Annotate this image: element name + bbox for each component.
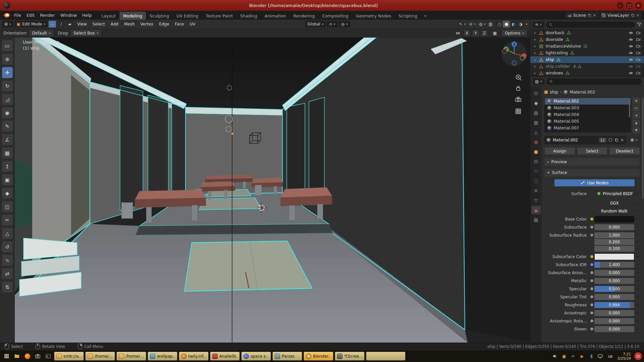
- face-select-mode-button[interactable]: ▰: [66, 21, 73, 27]
- properties-tab-view-layer[interactable]: ▧: [531, 118, 541, 127]
- socket-dot[interactable]: [589, 303, 594, 307]
- decorator-dot[interactable]: [634, 264, 640, 265]
- disable-render-icon[interactable]: [636, 44, 641, 49]
- taskbar-window-space[interactable]: space s...: [241, 352, 271, 361]
- properties-tab-scene[interactable]: △: [531, 128, 541, 136]
- taskbar-window-blender[interactable]: Blender...: [304, 352, 333, 361]
- tab-texture-paint[interactable]: Texture Paint: [202, 12, 236, 20]
- tool-select-box[interactable]: ▭: [2, 40, 13, 51]
- editor-type-button[interactable]: ⊞ ▾: [2, 21, 13, 27]
- terminal-icon[interactable]: [44, 352, 53, 361]
- app-menu-icon[interactable]: [2, 352, 11, 361]
- properties-tab-object[interactable]: ■: [531, 147, 541, 156]
- slot-specials-button[interactable]: ▾: [633, 112, 640, 119]
- material-slot[interactable]: Material.004: [545, 111, 631, 118]
- material-slot[interactable]: Material.007: [545, 125, 631, 131]
- socket-dot[interactable]: [589, 327, 594, 331]
- decorator-dot[interactable]: [634, 248, 640, 249]
- show-gizmo-icon[interactable]: ⊕: [467, 21, 474, 27]
- navigation-gizmo[interactable]: Z Y: [502, 41, 527, 66]
- outliner-item-irradiancevolume[interactable]: ▸ IrradianceVolume: [530, 43, 644, 50]
- tab-modeling[interactable]: Modeling: [119, 12, 146, 20]
- distribution-dropdown[interactable]: GGX: [594, 200, 634, 206]
- subsurface-radius-field-g[interactable]: 0.200: [594, 239, 634, 245]
- tool-bevel[interactable]: ◆: [2, 188, 13, 199]
- show-overlays-icon[interactable]: ◍: [477, 21, 484, 27]
- remove-view-layer-icon[interactable]: ×: [636, 13, 639, 17]
- tool-cursor[interactable]: ⊕: [2, 54, 13, 65]
- properties-editor-type-button[interactable]: ▤ ▾: [533, 78, 544, 85]
- add-slot-button[interactable]: +: [633, 98, 640, 104]
- decorator-dot[interactable]: [634, 328, 640, 330]
- tool-scale[interactable]: ◿: [2, 94, 13, 105]
- tab-sculpting[interactable]: Sculpting: [146, 12, 173, 20]
- menu-render[interactable]: Render: [37, 11, 58, 20]
- clipboard-icon[interactable]: ▣: [561, 353, 567, 359]
- tool-inset-faces[interactable]: ▣: [2, 174, 13, 185]
- disable-render-icon[interactable]: [636, 64, 641, 69]
- outliner-item-lightceiling[interactable]: ▸ lightceiling: [530, 50, 644, 56]
- properties-search-input[interactable]: [554, 79, 639, 84]
- snapping-selector[interactable]: ∩ ▾: [327, 21, 337, 27]
- disable-render-icon[interactable]: [636, 37, 641, 42]
- copy-material-icon[interactable]: [614, 138, 619, 142]
- hide-eye-icon[interactable]: [629, 31, 633, 35]
- options-dropdown[interactable]: Options ▾: [502, 30, 527, 36]
- decorator-dot[interactable]: [634, 304, 640, 306]
- mode-selector[interactable]: ▣ Edit Mode ▾: [14, 21, 48, 27]
- tool-measure[interactable]: ∠: [2, 134, 13, 145]
- socket-dot[interactable]: [589, 255, 594, 258]
- taskbar-window-wallpaper[interactable]: wallpap...: [148, 352, 177, 361]
- mirror-y-toggle[interactable]: Y: [473, 30, 479, 36]
- decorator-dot[interactable]: [634, 272, 640, 274]
- surface-shader-dropdown[interactable]: Principled BSDF: [594, 190, 634, 197]
- bluetooth-icon[interactable]: [588, 353, 594, 359]
- hide-eye-icon[interactable]: [629, 64, 633, 69]
- socket-dot[interactable]: [589, 263, 594, 266]
- tab-uv-editing[interactable]: UV Editing: [173, 12, 202, 20]
- roughness-slider[interactable]: 0.894: [594, 302, 634, 308]
- outliner-search-input[interactable]: [554, 22, 632, 27]
- deselect-button[interactable]: Deselect: [609, 147, 640, 155]
- tab-layout[interactable]: Layout: [98, 12, 119, 20]
- subsurface-slider[interactable]: 0.000: [594, 224, 634, 230]
- properties-tab-modifiers[interactable]: ⊡: [531, 157, 541, 166]
- socket-dot[interactable]: [589, 271, 594, 275]
- outliner-item-doorside[interactable]: ▸ doorside: [530, 36, 644, 43]
- unlink-scene-icon[interactable]: ×: [593, 13, 596, 17]
- window-app-icon[interactable]: [3, 2, 10, 9]
- shading-rendered-button[interactable]: ◑: [517, 21, 524, 27]
- tool-poly-build[interactable]: △: [2, 228, 13, 239]
- anisotropic-rotation-slider[interactable]: 0.000: [594, 318, 634, 324]
- taskbar-window-analiest[interactable]: AnalieSt...: [210, 352, 240, 361]
- filter-funnel-icon[interactable]: [637, 22, 642, 27]
- slot-list-scrollbar[interactable]: [629, 99, 630, 117]
- xray-toggle-icon[interactable]: ▥: [487, 21, 494, 27]
- properties-tab-physics[interactable]: ◌: [531, 177, 541, 185]
- scissors-icon[interactable]: ✂: [570, 353, 576, 359]
- view-layer-selector[interactable]: ViewLayer ×: [599, 12, 641, 18]
- tab-animation[interactable]: Animation: [261, 12, 290, 20]
- decorator-dot[interactable]: [634, 312, 640, 314]
- menu-edit[interactable]: Edit: [24, 11, 37, 20]
- specular-tint-slider[interactable]: 0.000: [594, 294, 634, 300]
- tool-move[interactable]: ✛: [2, 67, 13, 78]
- close-button[interactable]: ×: [635, 2, 642, 9]
- tab-rendering[interactable]: Rendering: [290, 12, 319, 20]
- shading-solid-button[interactable]: ●: [503, 21, 510, 27]
- tool-smooth[interactable]: ∿: [2, 255, 13, 266]
- decorator-dot[interactable]: [634, 226, 640, 228]
- shading-wireframe-button[interactable]: ○: [496, 21, 503, 27]
- decorator-dot[interactable]: [634, 218, 640, 220]
- tab-compositing[interactable]: Compositing: [318, 12, 352, 20]
- material-name-field[interactable]: Material.002 12 ×: [544, 136, 626, 144]
- tool-loop-cut[interactable]: ◫: [2, 201, 13, 212]
- taskbar-window-screenshot[interactable]: *[Scree...: [335, 352, 365, 361]
- proportional-editing-selector[interactable]: ◎ ▾: [339, 21, 350, 27]
- blender-logo-icon[interactable]: [3, 12, 10, 18]
- properties-tab-world[interactable]: ◍: [531, 138, 541, 146]
- tool-knife[interactable]: ✂: [2, 215, 13, 226]
- decorator-dot[interactable]: [634, 288, 640, 290]
- properties-tab-data[interactable]: ▽: [531, 196, 541, 204]
- unlink-material-icon[interactable]: ×: [621, 138, 624, 142]
